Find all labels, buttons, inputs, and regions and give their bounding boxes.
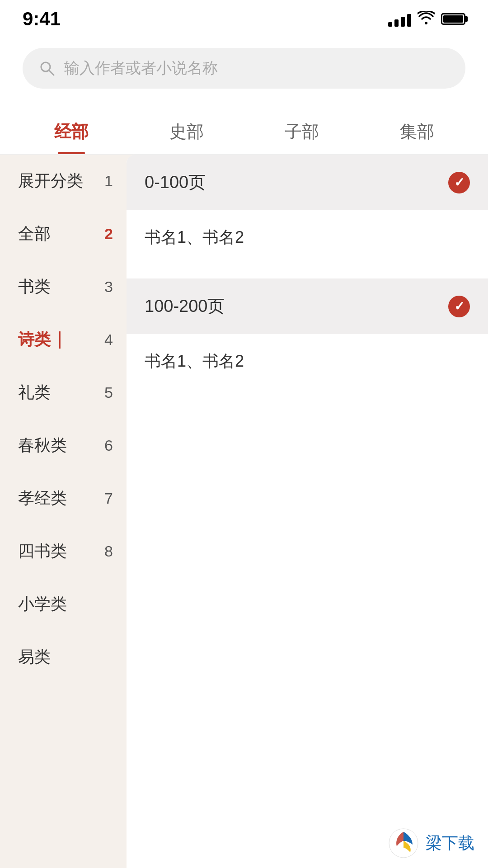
battery-icon	[441, 13, 465, 25]
sidebar-item-xiaoxue[interactable]: 小学类	[0, 578, 127, 631]
signal-bar-4	[407, 14, 411, 27]
sidebar-item-count-chunqiu: 6	[104, 437, 113, 454]
sidebar-item-yi[interactable]: 易类	[0, 631, 127, 684]
tab-jibu[interactable]: 集部	[359, 107, 474, 154]
sidebar-item-count-all: 2	[104, 225, 113, 243]
page-range-label-1: 0-100页	[145, 171, 206, 194]
sidebar-item-count-sishu: 8	[104, 542, 113, 560]
sidebar-item-count-li: 5	[104, 384, 113, 401]
sidebar-item-count-shi: 4	[104, 331, 113, 349]
page-range-item-2[interactable]: 100-200页 ✓	[127, 278, 488, 334]
search-bar[interactable]: 输入作者或者小说名称	[23, 48, 465, 89]
tab-zibu[interactable]: 子部	[244, 107, 359, 154]
sidebar-item-shi[interactable]: 诗类 | 4	[0, 313, 127, 366]
sidebar-item-label-sishu: 四书类	[18, 540, 67, 562]
signal-bar-1	[388, 22, 392, 27]
watermark-logo	[388, 827, 419, 859]
wifi-icon	[418, 10, 435, 28]
tab-shibu[interactable]: 史部	[129, 107, 244, 154]
sidebar-item-label-shi: 诗类 |	[18, 329, 62, 351]
check-mark-2: ✓	[454, 299, 465, 314]
signal-icon	[388, 11, 411, 27]
sidebar: 展开分类 1 全部 2 书类 3 诗类 | 4 礼类 5 春秋类 6 孝经类 7	[0, 155, 127, 868]
signal-bar-2	[394, 19, 399, 27]
cursor-indicator: |	[52, 329, 62, 349]
search-placeholder: 输入作者或者小说名称	[64, 58, 218, 79]
check-circle-2: ✓	[448, 296, 470, 317]
check-mark-1: ✓	[454, 175, 465, 190]
sidebar-item-shu[interactable]: 书类 3	[0, 260, 127, 313]
sidebar-item-label-xiaojing: 孝经类	[18, 487, 67, 509]
check-circle-1: ✓	[448, 172, 470, 193]
sidebar-item-label-all: 全部	[18, 223, 51, 245]
sidebar-item-label-xiaoxue: 小学类	[18, 593, 67, 615]
spacer-1	[127, 265, 488, 278]
watermark-label: 梁下载	[426, 832, 474, 854]
svg-line-1	[49, 71, 54, 75]
book-names-1: 书名1、书名2	[145, 228, 244, 246]
book-names-row-2: 书名1、书名2	[127, 334, 488, 389]
book-names-2: 书名1、书名2	[145, 352, 244, 370]
page-range-item-1[interactable]: 0-100页 ✓	[127, 155, 488, 210]
sidebar-item-count-xiaojing: 7	[104, 490, 113, 507]
sidebar-item-label-li: 礼类	[18, 382, 51, 404]
sidebar-item-li[interactable]: 礼类 5	[0, 366, 127, 419]
main-content: 展开分类 1 全部 2 书类 3 诗类 | 4 礼类 5 春秋类 6 孝经类 7	[0, 155, 488, 868]
page-range-label-2: 100-200页	[145, 295, 225, 318]
battery-fill	[443, 15, 463, 23]
sidebar-item-label-chunqiu: 春秋类	[18, 434, 67, 457]
status-icons	[388, 10, 465, 28]
status-time: 9:41	[23, 8, 61, 30]
status-bar: 9:41	[0, 0, 488, 34]
tab-jingbu[interactable]: 经部	[14, 107, 129, 154]
search-container: 输入作者或者小说名称	[0, 34, 488, 107]
sidebar-item-count-shu: 3	[104, 278, 113, 296]
sidebar-item-all[interactable]: 全部 2	[0, 208, 127, 260]
right-content: 0-100页 ✓ 书名1、书名2 100-200页 ✓ 书名1、书名2	[127, 155, 488, 868]
signal-bar-3	[401, 17, 405, 27]
sidebar-item-sishu[interactable]: 四书类 8	[0, 525, 127, 578]
book-names-row-1: 书名1、书名2	[127, 210, 488, 265]
sidebar-item-label-expand: 展开分类	[18, 170, 83, 192]
sidebar-item-xiaojing[interactable]: 孝经类 7	[0, 472, 127, 525]
sidebar-item-label-yi: 易类	[18, 646, 51, 668]
sidebar-item-count-expand: 1	[104, 172, 113, 190]
tabs-container: 经部 史部 子部 集部	[0, 107, 488, 155]
sidebar-item-label-shu: 书类	[18, 276, 51, 298]
search-icon	[39, 60, 55, 76]
sidebar-item-chunqiu[interactable]: 春秋类 6	[0, 419, 127, 472]
sidebar-item-expand[interactable]: 展开分类 1	[0, 155, 127, 208]
watermark: 梁下载	[388, 827, 474, 859]
